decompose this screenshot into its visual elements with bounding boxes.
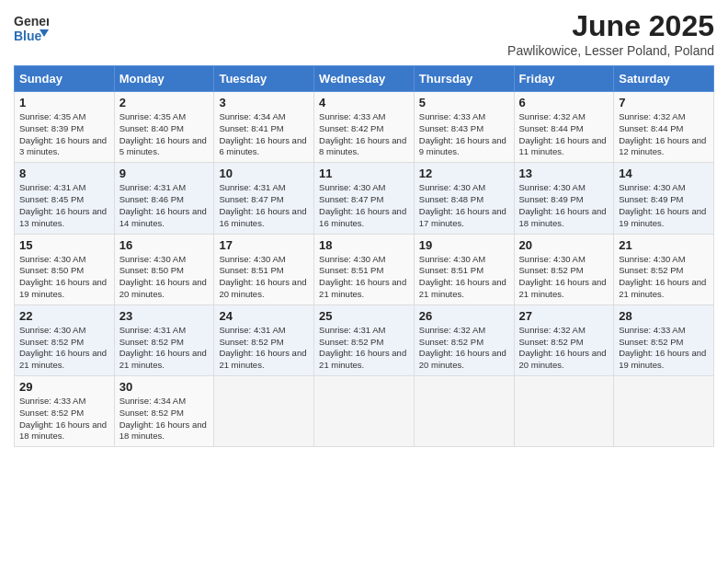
day-22: 22 Sunrise: 4:30 AMSunset: 8:52 PMDaylig… <box>15 304 115 375</box>
week-row-5: 29 Sunrise: 4:33 AMSunset: 8:52 PMDaylig… <box>15 376 714 447</box>
title-section: June 2025 Pawlikowice, Lesser Poland, Po… <box>507 9 714 58</box>
week-row-2: 8 Sunrise: 4:31 AMSunset: 8:45 PMDayligh… <box>15 163 714 234</box>
day-27: 27 Sunrise: 4:32 AMSunset: 8:52 PMDaylig… <box>514 304 614 375</box>
day-9: 9 Sunrise: 4:31 AMSunset: 8:46 PMDayligh… <box>114 163 214 234</box>
empty-cell-2 <box>314 376 415 447</box>
empty-cell-4 <box>514 376 614 447</box>
day-20: 20 Sunrise: 4:30 AMSunset: 8:52 PMDaylig… <box>514 234 614 304</box>
logo: General Blue <box>14 9 49 48</box>
day-23: 23 Sunrise: 4:31 AMSunset: 8:52 PMDaylig… <box>114 304 214 375</box>
day-29: 29 Sunrise: 4:33 AMSunset: 8:52 PMDaylig… <box>15 376 115 447</box>
header: General Blue June 2025 Pawlikowice, Less… <box>14 9 714 58</box>
day-2: 2 Sunrise: 4:35 AMSunset: 8:40 PMDayligh… <box>114 92 214 163</box>
page: General Blue June 2025 Pawlikowice, Less… <box>0 0 728 563</box>
col-thursday: Thursday <box>414 66 514 92</box>
subtitle: Pawlikowice, Lesser Poland, Poland <box>507 43 714 58</box>
col-sunday: Sunday <box>15 66 115 92</box>
day-1: 1 Sunrise: 4:35 AMSunset: 8:39 PMDayligh… <box>15 92 115 163</box>
col-tuesday: Tuesday <box>214 66 314 92</box>
calendar-table: Sunday Monday Tuesday Wednesday Thursday… <box>14 65 714 447</box>
week-row-3: 15 Sunrise: 4:30 AMSunset: 8:50 PMDaylig… <box>15 234 714 304</box>
day-14: 14 Sunrise: 4:30 AMSunset: 8:49 PMDaylig… <box>614 163 714 234</box>
day-6: 6 Sunrise: 4:32 AMSunset: 8:44 PMDayligh… <box>514 92 614 163</box>
day-12: 12 Sunrise: 4:30 AMSunset: 8:48 PMDaylig… <box>414 163 514 234</box>
day-30: 30 Sunrise: 4:34 AMSunset: 8:52 PMDaylig… <box>114 376 214 447</box>
svg-text:Blue: Blue <box>14 29 42 43</box>
day-5: 5 Sunrise: 4:33 AMSunset: 8:43 PMDayligh… <box>414 92 514 163</box>
col-monday: Monday <box>114 66 214 92</box>
empty-cell-5 <box>614 376 714 447</box>
day-8: 8 Sunrise: 4:31 AMSunset: 8:45 PMDayligh… <box>15 163 115 234</box>
day-13: 13 Sunrise: 4:30 AMSunset: 8:49 PMDaylig… <box>514 163 614 234</box>
svg-text:General: General <box>14 14 49 29</box>
week-row-1: 1 Sunrise: 4:35 AMSunset: 8:39 PMDayligh… <box>15 92 714 163</box>
day-24: 24 Sunrise: 4:31 AMSunset: 8:52 PMDaylig… <box>214 304 314 375</box>
main-title: June 2025 <box>507 9 714 43</box>
day-21: 21 Sunrise: 4:30 AMSunset: 8:52 PMDaylig… <box>614 234 714 304</box>
col-wednesday: Wednesday <box>314 66 415 92</box>
day-18: 18 Sunrise: 4:30 AMSunset: 8:51 PMDaylig… <box>314 234 415 304</box>
day-28: 28 Sunrise: 4:33 AMSunset: 8:52 PMDaylig… <box>614 304 714 375</box>
col-saturday: Saturday <box>614 66 714 92</box>
day-10: 10 Sunrise: 4:31 AMSunset: 8:47 PMDaylig… <box>214 163 314 234</box>
day-4: 4 Sunrise: 4:33 AMSunset: 8:42 PMDayligh… <box>314 92 415 163</box>
day-7: 7 Sunrise: 4:32 AMSunset: 8:44 PMDayligh… <box>614 92 714 163</box>
day-25: 25 Sunrise: 4:31 AMSunset: 8:52 PMDaylig… <box>314 304 415 375</box>
day-17: 17 Sunrise: 4:30 AMSunset: 8:51 PMDaylig… <box>214 234 314 304</box>
logo-icon: General Blue <box>14 9 49 48</box>
empty-cell-1 <box>214 376 314 447</box>
empty-cell-3 <box>414 376 514 447</box>
calendar-header-row: Sunday Monday Tuesday Wednesday Thursday… <box>15 66 714 92</box>
week-row-4: 22 Sunrise: 4:30 AMSunset: 8:52 PMDaylig… <box>15 304 714 375</box>
day-15: 15 Sunrise: 4:30 AMSunset: 8:50 PMDaylig… <box>15 234 115 304</box>
day-16: 16 Sunrise: 4:30 AMSunset: 8:50 PMDaylig… <box>114 234 214 304</box>
day-11: 11 Sunrise: 4:30 AMSunset: 8:47 PMDaylig… <box>314 163 415 234</box>
day-19: 19 Sunrise: 4:30 AMSunset: 8:51 PMDaylig… <box>414 234 514 304</box>
col-friday: Friday <box>514 66 614 92</box>
day-26: 26 Sunrise: 4:32 AMSunset: 8:52 PMDaylig… <box>414 304 514 375</box>
day-3: 3 Sunrise: 4:34 AMSunset: 8:41 PMDayligh… <box>214 92 314 163</box>
